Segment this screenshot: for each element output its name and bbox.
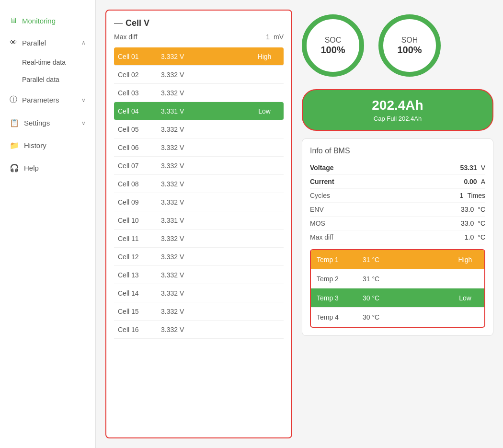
cell-row: Cell 16 3.332 V [114,321,284,339]
bms-row-unit: Times [467,192,485,199]
bms-row-unit: A [481,178,485,185]
sidebar-item-parallel[interactable]: 👁 Parallel ∧ [0,32,95,54]
bms-row-right: 53.31 V [460,164,485,172]
cell-name: Cell 03 [114,89,157,97]
cell-name: Cell 09 [114,198,157,206]
bms-row-right: 33.0 °C [461,219,485,227]
sidebar-item-monitoring[interactable]: 🖥 Monitoring [0,10,95,32]
capacity-sub: Cap Full 202.4Ah [314,115,481,122]
soh-value: 100% [397,45,422,56]
cell-value: 3.332 V [157,271,245,279]
bms-row-label: Voltage [310,164,334,172]
cell-name: Cell 05 [114,126,157,133]
cell-value: 3.332 V [157,89,245,97]
max-diff-value: 1 [266,33,270,41]
cell-name: Cell 16 [114,326,157,333]
temp-name: Temp 1 [311,256,359,264]
cell-row: Cell 02 3.332 V [114,66,284,84]
bms-row-label: MOS [310,219,325,227]
cell-v-panel: — Cell V Max diff 1 mV Cell 01 3.332 V H… [105,10,292,438]
bms-row: MOS 33.0 °C [310,217,485,230]
temp-status: Low [446,294,484,302]
cell-row: Cell 01 3.332 V High [114,47,284,66]
cell-value: 3.332 V [157,144,245,151]
eye-icon: 👁 [10,38,17,47]
right-panel: SOC 100% SOH 100% 202.4Ah Cap Full 202.4… [302,10,493,438]
chevron-down-icon-2: ∨ [81,120,86,126]
cell-name: Cell 04 [114,107,157,115]
cell-row: Cell 06 3.332 V [114,138,284,157]
bms-row: Current 0.00 A [310,175,485,189]
folder-icon: 📁 [10,141,19,150]
chevron-up-icon: ∧ [81,39,86,46]
sidebar-item-help[interactable]: 🎧 Help [0,157,95,179]
sidebar-item-realtime[interactable]: Real-time data [0,54,95,71]
cell-value: 3.331 V [157,107,245,115]
bms-row-label: Cycles [310,192,330,199]
temp-status: High [446,256,484,264]
bms-title: Info of BMS [310,147,485,155]
cell-name: Cell 10 [114,217,157,224]
cell-value: 3.332 V [157,71,245,79]
temp-row: Temp 4 30 °C [311,308,484,327]
cell-value: 3.331 V [157,217,245,224]
monitor-icon: 🖥 [10,16,17,25]
temp-value: 30 °C [359,294,446,302]
bms-panel: Info of BMS Voltage 53.31 V Current 0.00… [302,138,493,336]
cell-row: Cell 05 3.332 V [114,120,284,138]
max-diff-row: Max diff 1 mV [114,33,284,41]
cell-row: Cell 03 3.332 V [114,84,284,102]
cell-row: Cell 04 3.331 V Low [114,102,284,120]
cell-name: Cell 06 [114,144,157,151]
soh-label: SOH [401,36,418,45]
cell-name: Cell 13 [114,271,157,279]
cell-name: Cell 08 [114,180,157,188]
cell-row: Cell 14 3.332 V [114,284,284,302]
bms-row-right: 0.00 A [464,178,485,185]
cell-value: 3.332 V [157,126,245,133]
cell-name: Cell 11 [114,235,157,242]
cell-value: 3.332 V [157,308,245,315]
cell-value: 3.332 V [157,53,245,60]
bms-rows: Voltage 53.31 V Current 0.00 A Cycles 1 … [310,161,485,244]
sidebar: 🖥 Monitoring 👁 Parallel ∧ Real-time data… [0,0,96,448]
cell-name: Cell 07 [114,162,157,170]
sidebar-item-parameters[interactable]: ⓘ Parameters ∨ [0,88,95,112]
cell-value: 3.332 V [157,235,245,242]
bms-row-value: 33.0 [461,206,474,213]
bms-row-value: 0.00 [464,178,477,185]
cell-row: Cell 13 3.332 V [114,266,284,284]
soh-container: SOH 100% [378,14,441,77]
bms-row-right: 1.0 °C [465,233,485,241]
cell-row: Cell 15 3.332 V [114,302,284,321]
bms-row-unit: °C [478,219,485,227]
capacity-bar: 202.4Ah Cap Full 202.4Ah [302,89,493,131]
cell-value: 3.332 V [157,162,245,170]
sidebar-label-monitoring: Monitoring [22,17,56,25]
cell-status: High [245,53,284,60]
cell-row: Cell 09 3.332 V [114,193,284,211]
temp-value: 31 °C [359,275,446,283]
soc-container: SOC 100% [302,14,364,77]
cell-name: Cell 02 [114,71,157,79]
bms-row-unit: °C [478,233,485,241]
help-icon: 🎧 [10,163,19,172]
sidebar-item-history[interactable]: 📁 History [0,134,95,157]
temp-name: Temp 2 [311,275,359,283]
bms-row-value: 1.0 [465,233,474,241]
cell-value: 3.332 V [157,198,245,206]
sidebar-item-paralleldata[interactable]: Parallel data [0,71,95,88]
cell-row: Cell 08 3.332 V [114,175,284,193]
chevron-down-icon: ∨ [81,97,86,103]
cell-row: Cell 10 3.331 V [114,211,284,230]
cell-name: Cell 14 [114,289,157,297]
bms-row-value: 53.31 [460,164,477,172]
bms-row: Max diff 1.0 °C [310,230,485,244]
max-diff-unit: mV [274,33,284,41]
sidebar-item-settings[interactable]: 📋 Settings ∨ [0,112,95,134]
bms-row-value: 1 [460,192,464,199]
sidebar-label-parallel: Parallel [22,39,46,47]
bms-row-unit: °C [478,206,485,213]
temp-row: Temp 2 31 °C [311,269,484,288]
temp-value: 31 °C [359,256,446,264]
